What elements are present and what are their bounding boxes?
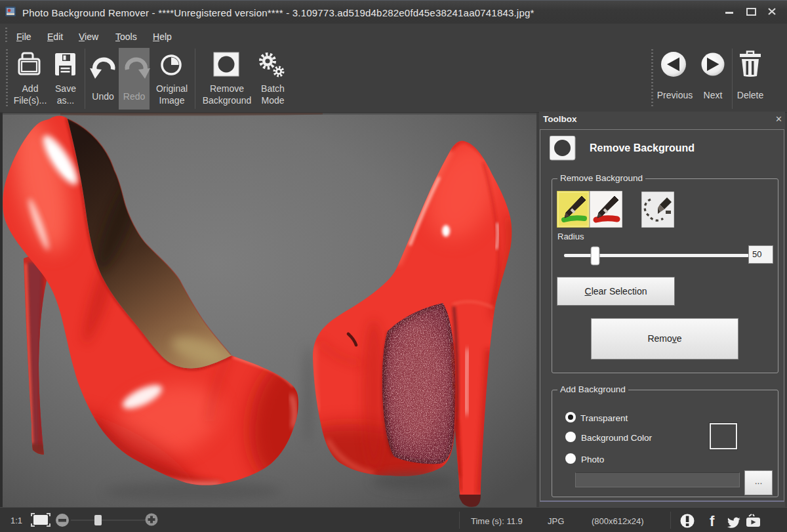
svg-text:f: f <box>710 513 715 529</box>
